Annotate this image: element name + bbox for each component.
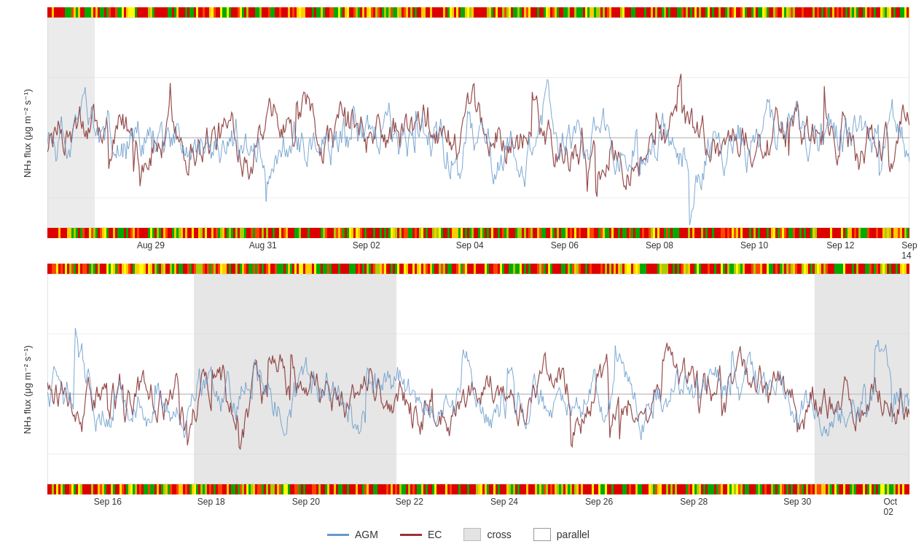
legend-agm-label: AGM [355, 529, 378, 540]
x-tick-sep28: Sep 28 [680, 497, 708, 507]
x-tick-aug31: Aug 31 [249, 240, 277, 251]
legend-parallel-box [533, 528, 551, 541]
x-tick-sep12: Sep 12 [826, 240, 854, 251]
bottom-svg-area [47, 274, 909, 484]
x-tick-sep20: Sep 20 [292, 497, 320, 507]
legend-parallel-label: parallel [557, 529, 590, 540]
legend-cross: cross [463, 528, 511, 541]
x-tick-sep02: Sep 02 [353, 240, 380, 251]
legend-cross-label: cross [487, 529, 511, 540]
x-tick-aug29: Aug 29 [137, 240, 165, 251]
legend-ec-label: EC [428, 529, 442, 540]
chart-container: NH₃ flux (μg m⁻² s⁻¹) 0.10.00-0.1 Aug 29… [0, 0, 924, 560]
x-tick-sep16: Sep 16 [94, 497, 122, 507]
bottom-y-axis-label: NH₃ flux (μg m⁻² s⁻¹) [7, 264, 47, 516]
top-plot-area: 0.10.00-0.1 Aug 29 Aug 31 Sep 02 Sep 04 … [47, 7, 909, 260]
x-tick-sep06: Sep 06 [551, 240, 579, 251]
x-tick-sep14: Sep 14 [901, 240, 917, 261]
legend-ec-line [400, 534, 422, 536]
x-tick-sep04: Sep 04 [456, 240, 484, 251]
x-tick-sep18: Sep 18 [197, 497, 225, 507]
legend-agm-line [327, 534, 349, 536]
x-tick-sep24: Sep 24 [490, 497, 518, 507]
svg-rect-0 [47, 17, 909, 228]
x-tick-sep30: Sep 30 [783, 497, 811, 507]
bottom-chart-panel: NH₃ flux (μg m⁻² s⁻¹) Sep 16 Sep 18 Sep … [7, 264, 909, 516]
legend-agm: AGM [327, 529, 378, 540]
svg-rect-7 [47, 17, 95, 228]
legend-ec: EC [400, 529, 442, 540]
legend-cross-box [463, 528, 481, 541]
bottom-color-bar-bottom [47, 484, 909, 494]
top-svg-area: 0.10.00-0.1 [47, 17, 909, 228]
x-tick-oct02: Oct 02 [883, 497, 901, 517]
legend: AGM EC cross parallel [7, 516, 909, 553]
bottom-plot-area: Sep 16 Sep 18 Sep 20 Sep 22 Sep 24 Sep 2… [47, 264, 909, 516]
x-tick-sep26: Sep 26 [585, 497, 613, 507]
top-chart-svg: 0.10.00-0.1 [47, 17, 909, 228]
svg-rect-13 [815, 274, 909, 484]
x-tick-sep22: Sep 22 [396, 497, 423, 507]
x-tick-sep08: Sep 08 [646, 240, 673, 251]
bottom-color-bar-top [47, 264, 909, 274]
top-color-bar-bottom [47, 228, 909, 238]
x-tick-sep10: Sep 10 [740, 240, 768, 251]
legend-parallel: parallel [533, 528, 590, 541]
top-chart-panel: NH₃ flux (μg m⁻² s⁻¹) 0.10.00-0.1 Aug 29… [7, 7, 909, 260]
top-y-axis-label: NH₃ flux (μg m⁻² s⁻¹) [7, 7, 47, 260]
top-x-axis: Aug 29 Aug 31 Sep 02 Sep 04 Sep 06 Sep 0… [47, 238, 909, 260]
bottom-x-axis: Sep 16 Sep 18 Sep 20 Sep 22 Sep 24 Sep 2… [47, 494, 909, 516]
bottom-chart-svg [47, 274, 909, 484]
top-color-bar-top [47, 7, 909, 17]
